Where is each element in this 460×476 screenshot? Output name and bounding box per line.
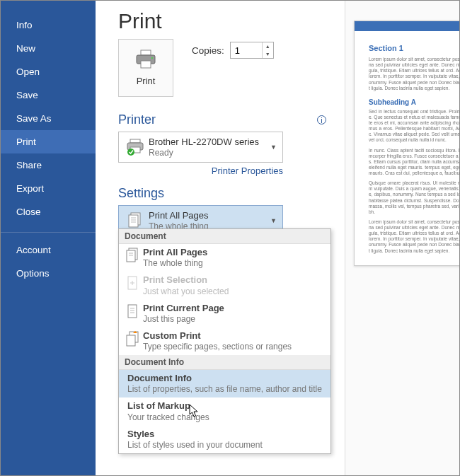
printer-header: Printer	[118, 112, 156, 127]
chevron-down-icon: ▼	[270, 144, 277, 151]
pages-icon	[125, 211, 146, 230]
info-icon[interactable]: i	[317, 115, 326, 124]
dropdown-item-print-all[interactable]: Print All Pages The whole thing	[119, 244, 330, 272]
print-preview: Section 1 Lorem ipsum dolor sit amet, co…	[345, 1, 459, 475]
preview-text: Lorem ipsum dolor sit amet, consectetur …	[369, 219, 459, 254]
dropdown-item-custom-print[interactable]: Custom Print Type specific pages, sectio…	[119, 327, 330, 355]
printer-selector[interactable]: Brother HL-2270DW series Ready ▼	[118, 132, 283, 163]
dropdown-group-document: Document	[119, 229, 330, 244]
settings-header: Settings	[118, 186, 164, 201]
dropdown-item-title: Print Selection	[143, 274, 326, 286]
dropdown-item-title: Document Info	[127, 373, 326, 384]
dropdown-item-styles[interactable]: Styles List of styles used in your docum…	[119, 426, 330, 453]
what-to-print-dropdown[interactable]: Document Print All Pages The whole thing…	[118, 228, 331, 454]
page-icon	[123, 303, 143, 325]
chevron-down-icon: ▼	[270, 217, 277, 224]
sidebar-item-export[interactable]: Export	[1, 177, 96, 200]
printer-properties-link[interactable]: Printer Properties	[118, 166, 283, 176]
preview-page: Section 1 Lorem ipsum dolor sit amet, co…	[354, 21, 459, 266]
svg-rect-4	[130, 139, 140, 143]
svg-rect-14	[127, 250, 135, 262]
settings-selector-title: Print All Pages	[149, 210, 270, 221]
copies-input[interactable]	[231, 42, 262, 58]
sidebar-item-share[interactable]: Share	[1, 153, 96, 177]
svg-rect-2	[141, 61, 151, 68]
svg-rect-25	[127, 335, 135, 346]
svg-point-7	[127, 149, 134, 156]
copies-spinner[interactable]: ▲ ▼	[230, 42, 274, 59]
preview-text: In nunc. Class aptent taciti sociosqu li…	[369, 148, 459, 177]
spinner-down-icon[interactable]: ▼	[263, 50, 273, 58]
page-title: Print	[118, 9, 329, 33]
preview-text: Sed in lectus consequat orat tristique. …	[369, 109, 459, 144]
pages-icon	[123, 248, 143, 269]
page-selection-icon	[123, 275, 143, 296]
dropdown-item-list-of-markup[interactable]: List of Markup Your tracked changes	[119, 397, 330, 425]
svg-point-3	[151, 57, 153, 59]
dropdown-item-sub: Your tracked changes	[127, 412, 326, 423]
dropdown-item-title: Print Current Page	[143, 303, 326, 314]
dropdown-item-title: Custom Print	[143, 330, 326, 342]
dropdown-item-sub: List of styles used in your document	[127, 440, 326, 451]
sidebar-item-open[interactable]: Open	[1, 60, 96, 83]
printer-status-icon	[125, 138, 146, 156]
sidebar-item-close[interactable]: Close	[1, 200, 96, 224]
dropdown-item-sub: The whole thing	[143, 258, 326, 269]
preview-section-heading: Section 1	[369, 44, 459, 52]
dropdown-item-sub: Just what you selected	[143, 286, 326, 297]
preview-text: Quisque ornare placerat risus. Ut molest…	[369, 180, 459, 215]
svg-rect-9	[129, 215, 138, 227]
print-button[interactable]: Print	[118, 39, 173, 97]
sidebar-item-new[interactable]: New	[1, 37, 96, 60]
preview-subheading: Subheading A	[369, 98, 459, 106]
sidebar-item-options[interactable]: Options	[1, 262, 96, 285]
printer-status: Ready	[149, 148, 270, 158]
dropdown-item-print-selection: Print Selection Just what you selected	[119, 272, 330, 299]
sidebar-item-print[interactable]: Print	[1, 130, 96, 153]
print-button-label: Print	[137, 76, 156, 86]
sidebar-item-saveas[interactable]: Save As	[1, 107, 96, 130]
dropdown-item-sub: Type specific pages, sections or ranges	[143, 342, 326, 352]
dropdown-item-title: List of Markup	[127, 400, 326, 412]
sidebar-item-account[interactable]: Account	[1, 238, 96, 262]
dropdown-item-document-info[interactable]: Document Info List of properties, such a…	[119, 370, 330, 397]
preview-text: Lorem ipsum dolor sit amet, consectetur …	[369, 57, 459, 91]
dropdown-group-document-info: Document Info	[119, 355, 330, 370]
dropdown-item-sub: List of properties, such as file name, a…	[127, 384, 326, 395]
backstage-sidebar: Info New Open Save Save As Print Share E…	[1, 1, 96, 475]
dropdown-item-print-current[interactable]: Print Current Page Just this page	[119, 300, 330, 327]
dropdown-item-title: Print All Pages	[143, 247, 326, 258]
sidebar-item-info[interactable]: Info	[1, 13, 96, 37]
svg-rect-0	[141, 50, 151, 55]
copies-label: Copies:	[192, 45, 224, 56]
printer-icon	[134, 50, 157, 71]
sidebar-item-save[interactable]: Save	[1, 83, 96, 107]
spinner-up-icon[interactable]: ▲	[263, 42, 273, 50]
dropdown-item-sub: Just this page	[143, 314, 326, 325]
sidebar-divider	[1, 232, 96, 233]
custom-pages-icon	[123, 331, 143, 352]
printer-name: Brother HL-2270DW series	[149, 137, 270, 148]
svg-rect-20	[128, 305, 137, 318]
dropdown-item-title: Styles	[127, 429, 326, 440]
